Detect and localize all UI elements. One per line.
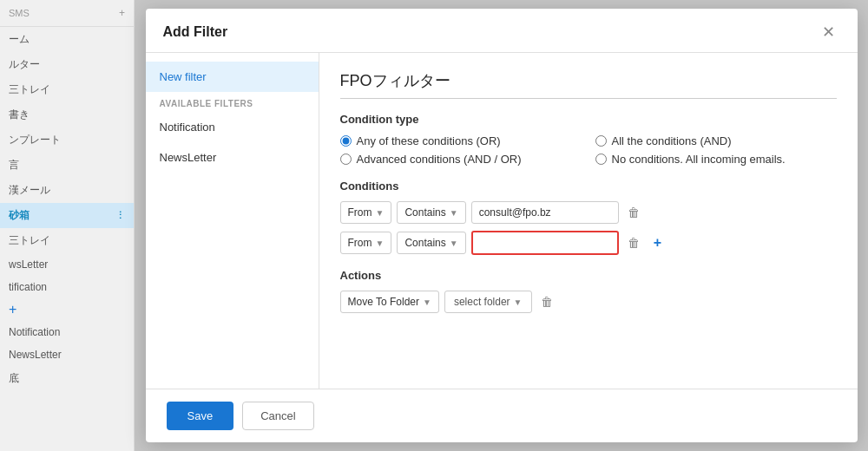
filter-right-panel: FPOフィルター Condition type Any of these con… — [319, 53, 858, 389]
available-filters-label: AVAILABLE FILTERS — [146, 92, 319, 112]
sidebar-item-inbox[interactable]: 三トレイ — [0, 77, 134, 102]
sidebar-item-filter[interactable]: ルター — [0, 52, 134, 77]
field-select-2[interactable]: From ▼ — [340, 232, 392, 254]
sandbox-label: 砂箱 — [9, 208, 30, 223]
template-label: ンプレート — [9, 133, 61, 147]
action-type-chevron: ▼ — [423, 297, 431, 307]
operator-select-2[interactable]: Contains ▼ — [397, 232, 465, 254]
sidebar-logo: SMS — [9, 8, 30, 18]
dialog-body: New filter AVAILABLE FILTERS Notificatio… — [146, 53, 858, 389]
inbox-label: 三トレイ — [9, 82, 50, 97]
filter-name-display: FPOフィルター — [340, 70, 837, 99]
dialog-footer: Save Cancel — [146, 389, 858, 442]
radio-advanced-label: Advanced conditions (AND / OR) — [357, 153, 522, 166]
field-select-2-chevron: ▼ — [376, 239, 385, 248]
inbox2-label: 三トレイ — [9, 233, 50, 248]
operator-select-1[interactable]: Contains ▼ — [397, 201, 465, 224]
condition-row-1: From ▼ Contains ▼ 🗑 — [340, 201, 837, 224]
sidebar-item-newsletter[interactable]: wsLetter — [0, 253, 134, 276]
save-button[interactable]: Save — [167, 402, 234, 430]
sidebar-item-sent[interactable]: 言 — [0, 153, 134, 178]
field-select-1-chevron: ▼ — [376, 208, 385, 218]
delete-action[interactable]: 🗑 — [537, 291, 556, 312]
filter-item-newsletter[interactable]: NewsLetter — [146, 142, 319, 173]
notification-label: tification — [9, 281, 47, 293]
folder-select-chevron: ▼ — [514, 297, 523, 307]
sidebar: SMS + ーム ルター 三トレイ 書き ンプレート 言 漢メール 砂箱 ⋮ 三… — [0, 0, 135, 451]
sidebar-item-notification[interactable]: tification — [0, 276, 134, 298]
main-area: Add Filter ✕ New filter AVAILABLE FILTER… — [135, 0, 868, 451]
radio-any-or-input[interactable] — [340, 135, 352, 147]
radio-advanced-input[interactable] — [340, 154, 352, 165]
operator-select-1-chevron: ▼ — [450, 208, 458, 218]
operator-select-2-value: Contains — [404, 237, 445, 249]
radio-all-and[interactable]: All the conditions (AND) — [595, 134, 837, 147]
sidebar-item-newsletter2[interactable]: NewsLetter — [0, 343, 134, 366]
folder-select-value: select folder — [454, 296, 510, 308]
sidebar-item-sandbox[interactable]: 砂箱 ⋮ — [0, 203, 134, 228]
newsletter-label: wsLetter — [9, 258, 48, 271]
radio-no-conditions-input[interactable] — [595, 154, 607, 165]
action-type-select[interactable]: Move To Folder ▼ — [340, 291, 439, 313]
sidebar-item-inbox2[interactable]: 三トレイ — [0, 228, 134, 253]
close-button[interactable]: ✕ — [817, 23, 840, 42]
cancel-button[interactable]: Cancel — [242, 402, 313, 430]
radio-all-and-label: All the conditions (AND) — [612, 134, 732, 147]
condition-type-label: Condition type — [340, 113, 837, 126]
operator-select-1-value: Contains — [404, 206, 445, 219]
field-select-1-value: From — [348, 206, 372, 219]
sidebar-item-draft[interactable]: 書き — [0, 102, 134, 127]
conditions-label: Conditions — [340, 180, 837, 193]
filter-label: ルター — [9, 57, 40, 72]
filter-left-panel: New filter AVAILABLE FILTERS Notificatio… — [146, 53, 319, 389]
bottom-label: 底 — [9, 371, 19, 386]
radio-any-or[interactable]: Any of these conditions (OR) — [340, 134, 582, 147]
sidebar-item-home[interactable]: ーム — [0, 27, 134, 52]
field-select-2-value: From — [348, 237, 372, 249]
sandbox-icon: ⋮ — [115, 210, 125, 221]
sidebar-item-notification2[interactable]: Notification — [0, 321, 134, 343]
radio-no-conditions[interactable]: No conditions. All incoming emails. — [595, 153, 837, 166]
sidebar-item-trash[interactable]: 漢メール — [0, 178, 134, 203]
actions-row: Move To Folder ▼ select folder ▼ 🗑 — [340, 291, 837, 313]
radio-any-or-label: Any of these conditions (OR) — [357, 134, 501, 147]
newsletter2-label: NewsLetter — [9, 349, 62, 361]
filter-item-notification[interactable]: Notification — [146, 112, 319, 142]
folder-select[interactable]: select folder ▼ — [444, 291, 532, 313]
condition-row-2: From ▼ Contains ▼ 🗑 + — [340, 231, 837, 255]
sidebar-header: SMS + — [0, 0, 134, 27]
sent-label: 言 — [9, 158, 19, 173]
delete-condition-1[interactable]: 🗑 — [624, 202, 643, 223]
value-input-2[interactable] — [471, 231, 619, 255]
new-filter-item[interactable]: New filter — [146, 62, 319, 92]
draft-label: 書き — [9, 108, 30, 122]
sidebar-add-icon[interactable]: + — [119, 7, 125, 19]
radio-advanced[interactable]: Advanced conditions (AND / OR) — [340, 153, 582, 166]
add-filter-dialog: Add Filter ✕ New filter AVAILABLE FILTER… — [146, 9, 858, 442]
condition-type-group: Any of these conditions (OR) All the con… — [340, 134, 837, 166]
sidebar-item-template[interactable]: ンプレート — [0, 127, 134, 153]
value-input-1[interactable] — [471, 201, 619, 224]
action-type-value: Move To Folder — [348, 296, 419, 308]
sidebar-item-bottom[interactable]: 底 — [0, 366, 134, 391]
notification2-label: Notification — [9, 326, 60, 338]
dialog-header: Add Filter ✕ — [146, 9, 858, 53]
radio-all-and-input[interactable] — [595, 135, 607, 147]
dialog-title: Add Filter — [163, 24, 228, 40]
actions-label: Actions — [340, 269, 837, 282]
field-select-1[interactable]: From ▼ — [340, 201, 392, 224]
add-condition-button[interactable]: + — [648, 233, 667, 252]
radio-no-conditions-label: No conditions. All incoming emails. — [612, 153, 786, 166]
delete-condition-2[interactable]: 🗑 — [624, 232, 643, 253]
sidebar-add-btn[interactable]: + — [0, 298, 134, 321]
operator-select-2-chevron: ▼ — [450, 239, 458, 248]
trash-label: 漢メール — [9, 183, 50, 198]
home-label: ーム — [9, 32, 30, 47]
